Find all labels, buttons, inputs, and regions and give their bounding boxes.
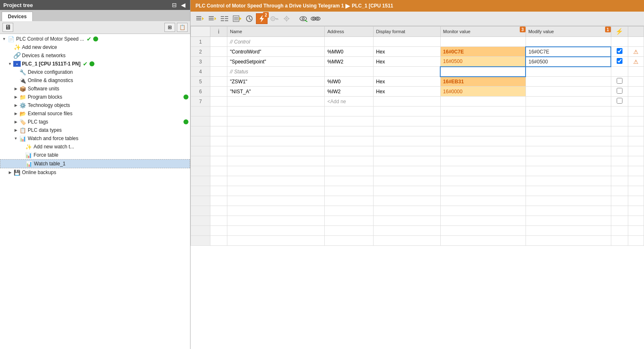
monitor-once-icon <box>208 15 216 22</box>
tree-item-watch-table1[interactable]: 📊 Watch table_1 <box>0 159 190 168</box>
row-checkbox-7[interactable] <box>617 98 622 104</box>
row-warn-7 <box>628 97 644 107</box>
table-row-empty <box>191 146 644 156</box>
tree-icon-add-device: ✨ <box>13 44 21 51</box>
row-address-2: %MW0 <box>325 47 374 57</box>
row-i-1 <box>210 37 227 47</box>
sidebar-columns-icon[interactable]: ⊟ <box>171 2 178 8</box>
sidebar-collapse-icon[interactable]: ◀ <box>180 2 187 8</box>
tree-item-plc1[interactable]: ▼ ▪ PLC_1 [CPU 1511T-1 PN] ✔ <box>0 60 190 68</box>
row-name-5[interactable]: "ZSW1" <box>227 77 325 87</box>
tree-dot-plc-tags <box>183 119 188 124</box>
tree-item-plc-data-types[interactable]: ▶ 📋 PLC data types <box>0 126 190 134</box>
tree-item-plc-project[interactable]: ▼ 📄 PLC Control of Motor Speed ... ✔ <box>0 35 190 43</box>
row-name-1[interactable]: // Control <box>227 37 325 47</box>
row-check-1 <box>611 37 628 47</box>
tree-item-tech-objects[interactable]: ▶ ⚙️ Technology objects <box>0 101 190 109</box>
topbar-breadcrumb: PLC Control of Motor Speed Through a Dri… <box>195 3 344 9</box>
tree-item-add-device[interactable]: ✨ Add new device <box>0 43 190 51</box>
tree-item-ext-source[interactable]: ▶ 📂 External source files <box>0 109 190 118</box>
tree-dot-program-blocks <box>183 95 188 99</box>
row-name-4[interactable]: // Status <box>227 67 325 77</box>
tree-label-software-units: Software units <box>28 86 59 92</box>
row-check-7[interactable] <box>611 97 628 107</box>
tree-icon-program-blocks: 📁 <box>19 94 27 100</box>
row-monitor-6[interactable]: 16#0000 <box>440 87 526 97</box>
tree-item-plc-tags[interactable]: ▶ 🏷️ PLC tags <box>0 118 190 126</box>
tree-item-program-blocks[interactable]: ▶ 📁 Program blocks <box>0 93 190 101</box>
toolbar-trigger-btn[interactable] <box>244 13 255 24</box>
toolbar-view1-btn[interactable] <box>297 13 309 24</box>
row-format-7 <box>374 97 441 107</box>
row-name-6[interactable]: "NIST_A" <box>227 87 325 97</box>
sidebar-view-btn-2[interactable]: 📋 <box>177 23 188 32</box>
toolbar-view2-btn[interactable] <box>310 13 321 24</box>
sidebar-tree: ▼ 📄 PLC Control of Motor Speed ... ✔ ✨ A… <box>0 34 190 349</box>
sidebar-icon-btn-1[interactable]: 🖥 <box>2 23 13 32</box>
row-monitor-2[interactable]: 16#0C7E <box>440 47 526 57</box>
row-monitor-3[interactable]: 16#0500 <box>440 57 526 67</box>
row-monitor-5[interactable]: 16#EB31 <box>440 77 526 87</box>
row-format-4 <box>374 67 441 77</box>
tree-icon-online-backups: 💾 <box>13 169 21 176</box>
toolbar-lightning-btn[interactable]: 2 <box>256 13 268 24</box>
row-modify-2[interactable]: 16#0C7E <box>526 47 611 57</box>
toolbar-monitor-all-btn[interactable] <box>194 13 205 24</box>
row-check-5[interactable] <box>611 77 628 87</box>
row-address-7[interactable]: <Add ne <box>325 97 374 107</box>
row-checkbox-3[interactable] <box>617 58 622 64</box>
tree-item-add-watch[interactable]: ✨ Add new watch t... <box>0 143 190 151</box>
tree-item-force-table[interactable]: 📊 Force table <box>0 151 190 159</box>
tree-icon-ext-source: 📂 <box>19 110 27 117</box>
row-modify-3[interactable]: 16#0500 <box>526 57 611 67</box>
sidebar-view-btn-1[interactable]: ⊞ <box>164 23 175 32</box>
svg-point-35 <box>302 18 304 20</box>
row-checkbox-6[interactable] <box>617 88 622 94</box>
toolbar-keys-btn[interactable] <box>268 13 280 24</box>
tree-item-online-backups[interactable]: ▶ 💾 Online backups <box>0 168 190 177</box>
toolbar-separator-btn[interactable] <box>219 13 230 24</box>
tree-item-watch-force[interactable]: ▼ 📊 Watch and force tables <box>0 134 190 143</box>
tree-arrow-tech-objects: ▶ <box>13 103 18 108</box>
topbar-arrow: ▶ <box>345 2 350 9</box>
warning-icon-3: ⚠ <box>633 58 639 65</box>
view2-icon <box>310 15 321 22</box>
tree-item-device-config[interactable]: 🔧 Device configuration <box>0 68 190 76</box>
tree-label-ext-source: External source files <box>28 111 72 116</box>
row-i-6 <box>210 87 227 97</box>
tree-item-online-diag[interactable]: 🔌 Online & diagnostics <box>0 76 190 85</box>
col-header-num <box>191 27 210 37</box>
row-checkbox-2[interactable] <box>617 48 622 54</box>
row-check-3[interactable] <box>611 57 628 67</box>
table-row-empty <box>191 126 644 136</box>
tree-icon-devices-networks: 🔗 <box>13 52 21 59</box>
watch-table: i Name Address Display format Monitor va… <box>191 26 644 246</box>
tree-label-tech-objects: Technology objects <box>28 102 70 108</box>
toolbar-force-list-btn[interactable] <box>231 13 243 24</box>
toolbar-settings-btn[interactable] <box>281 13 292 24</box>
svg-marker-3 <box>202 17 204 20</box>
row-check-6[interactable] <box>611 87 628 97</box>
tree-icon-plc-tags: 🏷️ <box>19 119 27 125</box>
row-monitor-1 <box>440 37 526 47</box>
row-name-2[interactable]: "ControlWord" <box>227 47 325 57</box>
row-check-2[interactable] <box>611 47 628 57</box>
tree-arrow-plc1: ▼ <box>7 61 12 66</box>
col-header-lightning: ⚡ <box>611 27 628 37</box>
devices-tab[interactable]: Devices <box>2 12 33 21</box>
table-row-empty <box>191 186 644 196</box>
row-checkbox-5[interactable] <box>617 78 622 84</box>
view1-icon <box>299 15 308 22</box>
svg-point-23 <box>271 17 275 21</box>
row-format-2: Hex <box>374 47 441 57</box>
table-row: 7 <Add ne <box>191 97 644 107</box>
row-name-3[interactable]: "SpeedSetpoint" <box>227 57 325 67</box>
toolbar-monitor-once-btn[interactable] <box>206 13 218 24</box>
row-address-1 <box>325 37 374 47</box>
tree-arrow-devices-networks <box>7 53 12 58</box>
tree-item-devices-networks[interactable]: 🔗 Devices & networks <box>0 51 190 60</box>
row-name-7 <box>227 97 325 107</box>
table-row-empty <box>191 236 644 246</box>
row-num-2: 2 <box>191 47 210 57</box>
tree-item-software-units[interactable]: ▶ 📦 Software units <box>0 85 190 93</box>
